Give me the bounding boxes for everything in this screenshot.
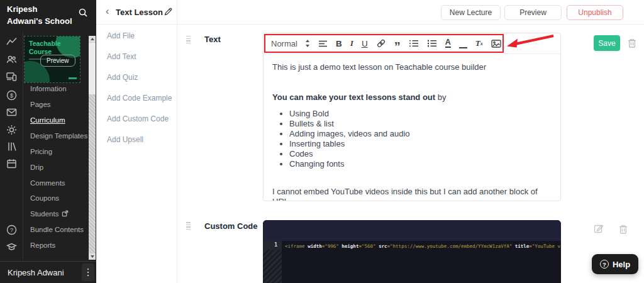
settings-gear-icon[interactable]	[6, 125, 17, 135]
bullet-item: Inserting tables	[289, 139, 552, 149]
external-link-icon	[62, 210, 69, 217]
blockquote-button[interactable]: ”	[394, 45, 401, 48]
bullet-item: Adding images, videos and audio	[289, 129, 552, 139]
ordered-list-button-icon[interactable]	[427, 39, 437, 48]
graduation-cap-icon[interactable]	[6, 242, 17, 252]
code-value: ="560"	[358, 243, 379, 249]
sidebar-item-students[interactable]: Students	[30, 210, 69, 218]
thumbnail-watermark	[69, 77, 77, 79]
course-preview-button[interactable]: Preview	[40, 55, 75, 67]
user-menu-kebab-icon[interactable]	[82, 264, 94, 281]
bullet-item: Using Bold	[289, 109, 552, 119]
library-icon[interactable]	[6, 142, 17, 152]
question-icon: ?	[600, 260, 609, 269]
rich-text-content[interactable]: This is just a demo text lesson on Teach…	[264, 53, 560, 201]
text-block-label: Text	[204, 35, 221, 44]
clear-t-glyph: T	[475, 38, 480, 48]
add-file-button[interactable]: Add File	[107, 31, 135, 40]
devices-icon[interactable]	[6, 72, 17, 81]
course-title: Teachable Course	[29, 40, 67, 55]
search-icon[interactable]	[78, 8, 88, 18]
sidebar-item-reports[interactable]: Reports	[30, 241, 55, 249]
drag-handle-icon[interactable]	[186, 222, 191, 230]
back-chevron-icon[interactable]: ‹	[106, 6, 109, 17]
code-editor-header	[263, 220, 561, 241]
sidebar-item-information[interactable]: Information	[30, 85, 67, 92]
bullet-item: Codes	[289, 149, 552, 159]
code-line[interactable]: <iframe width="996" height="560" src="ht…	[285, 243, 561, 250]
sidebar-item-comments[interactable]: Comments	[30, 179, 65, 187]
header-divider	[96, 24, 644, 25]
sidebar-item-coupons[interactable]: Coupons	[30, 194, 59, 202]
analytics-icon[interactable]	[6, 37, 17, 47]
delete-text-block-icon[interactable]	[627, 38, 637, 48]
style-stepper-icon[interactable]	[306, 40, 310, 47]
sidebar-scrollbar[interactable]	[89, 36, 96, 260]
custom-code-editor[interactable]: 1 <iframe width="996" height="560" src="…	[263, 220, 561, 283]
sidebar-item-curriculum[interactable]: Curriculum	[30, 116, 65, 124]
help-button[interactable]: ? Help	[592, 254, 638, 274]
line-number: 1	[263, 242, 277, 248]
delete-custom-code-icon[interactable]	[618, 224, 628, 235]
add-text-button[interactable]: Add Text	[107, 52, 136, 61]
sidebar-item-pricing[interactable]: Pricing	[30, 148, 52, 155]
add-custom-code-button[interactable]: Add Custom Code	[107, 114, 169, 123]
add-code-example-button[interactable]: Add Code Example	[107, 94, 172, 103]
bold-button[interactable]: B	[336, 39, 342, 48]
sidebar-item-drip[interactable]: Drip	[30, 164, 43, 171]
lesson-panel: ‹ Text Lesson Add File Add Text Add Quiz…	[96, 0, 177, 283]
teachable-course-builder: Kripesh Adwani's School $	[0, 0, 644, 283]
clear-formatting-button[interactable]: Tx	[475, 38, 483, 48]
edit-lesson-title-icon[interactable]	[164, 7, 173, 16]
link-button-icon[interactable]	[376, 38, 386, 48]
calendar-icon[interactable]	[6, 158, 17, 169]
save-button[interactable]: Save	[594, 35, 620, 51]
unpublish-button[interactable]: Unpublish	[567, 5, 623, 20]
clear-x-glyph: x	[480, 41, 483, 47]
school-sidebar: Kripesh Adwani's School $	[0, 0, 96, 283]
drag-handle-icon[interactable]	[186, 36, 191, 44]
scroll-thumb[interactable]	[89, 43, 96, 94]
text-color-button[interactable]: A	[445, 39, 451, 48]
bullet-item: Bullets & list	[289, 119, 552, 129]
school-name: Kripesh Adwani's School	[7, 4, 72, 28]
lesson-paragraph: I cannot embed YouTube videos inside thi…	[272, 187, 552, 201]
underline-button[interactable]: U	[362, 39, 368, 48]
bold-text: You can make your text lessons stand out	[272, 92, 435, 102]
italic-button[interactable]: I	[350, 38, 353, 48]
code-attr: height	[341, 243, 358, 249]
lesson-paragraph: This is just a demo text lesson on Teach…	[272, 62, 552, 72]
scroll-down-arrow[interactable]	[89, 253, 96, 260]
users-icon[interactable]	[6, 55, 17, 64]
sidebar-item-bundle-contents[interactable]: Bundle Contents	[30, 226, 84, 233]
email-icon[interactable]	[6, 108, 17, 117]
horizontal-rule-button[interactable]	[459, 47, 467, 48]
paragraph-style-dropdown[interactable]: Normal	[271, 39, 297, 48]
sidebar-item-pages[interactable]: Pages	[30, 101, 51, 108]
align-dropdown-icon[interactable]	[318, 39, 328, 48]
pricing-icon[interactable]: $	[6, 90, 17, 101]
sidebar-item-design-templates[interactable]: Design Templates	[30, 132, 87, 140]
question-glyph: ?	[10, 226, 13, 233]
plain-text: by	[435, 92, 446, 102]
user-bar: Kripesh Adwani	[0, 261, 96, 283]
new-lecture-button[interactable]: New Lecture	[441, 5, 501, 20]
bullet-item: Changing fonts	[289, 159, 552, 169]
bullet-list-button-icon[interactable]	[409, 39, 419, 48]
preview-button[interactable]: Preview	[504, 5, 562, 20]
code-attr: src	[379, 243, 387, 249]
add-quiz-button[interactable]: Add Quiz	[107, 73, 138, 82]
scroll-up-arrow[interactable]	[89, 36, 96, 42]
insert-image-button-icon[interactable]	[491, 40, 501, 48]
help-circle-icon[interactable]: ?	[6, 225, 17, 235]
help-label: Help	[613, 260, 630, 269]
lesson-bullet-list: Using Bold Bullets & list Adding images,…	[272, 109, 552, 169]
add-upsell-button[interactable]: Add Upsell	[107, 135, 143, 144]
course-thumbnail[interactable]: Teachable Course Preview	[24, 36, 80, 83]
code-value: ="https://www.youtube.com/embed/YYmcW1za…	[387, 243, 515, 249]
code-tag: <iframe	[285, 243, 308, 249]
lesson-paragraph: You can make your text lessons stand out…	[272, 92, 552, 103]
edit-custom-code-icon[interactable]	[594, 223, 604, 233]
sidebar-divider	[23, 31, 23, 260]
code-value: ="YouTube vide	[529, 243, 561, 249]
